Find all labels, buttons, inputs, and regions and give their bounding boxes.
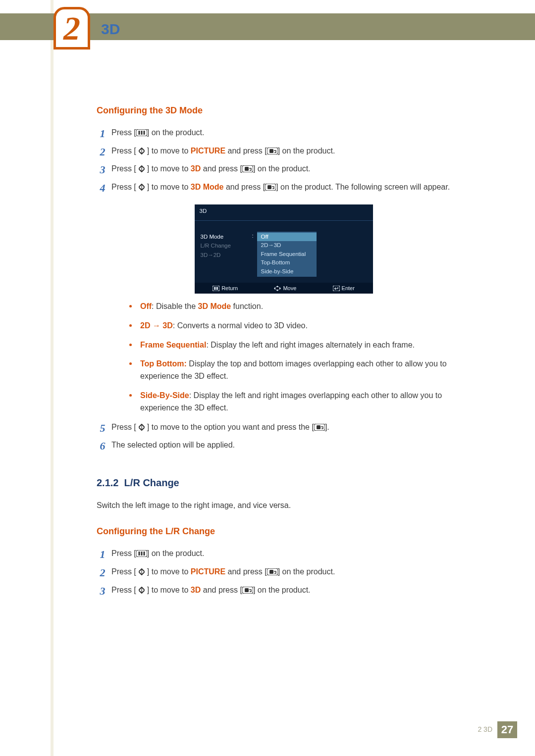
osd-option-2d-to-3d: 2D→3D [257,241,317,250]
steps-configuring-lr-change: 1 Press [] on the product. 2 Press [] to… [97,548,456,597]
page-number: 27 [497,721,517,738]
bullet-frame-sequential: Frame Sequential: Display the left and r… [126,339,456,352]
osd-3d-menu: 3D 3D Mode L/R Change 3D→2D : Off 2D→3D … [195,204,373,294]
osd-option-off: Off [257,233,317,242]
step-4: 4 Press [] to move to 3D Mode and press … [97,181,456,414]
osd-title: 3D [195,204,373,221]
osd-label-3d-mode: 3D Mode [201,233,231,241]
updown-icon [136,182,147,195]
osd-options-list: Off 2D→3D Frame Sequential Top-Bottom Si… [257,232,317,277]
heading-lr-change: 2.1.2 L/R Change [97,475,456,491]
page-body: Configuring the 3D Mode 1 Press [] on th… [97,101,456,602]
bullet-top-bottom: Top Bottom: Display the top and bottom i… [126,358,456,383]
step-2: 2 Press [] to move to PICTURE and press … [97,145,456,158]
step-3: 3 Press [] to move to 3D and press [] on… [97,584,456,598]
heading-configuring-3d-mode: Configuring the 3D Mode [97,104,456,118]
step-3: 3 Press [] to move to 3D and press [] on… [97,163,456,176]
updown-icon [136,585,147,598]
step-2: 2 Press [] to move to PICTURE and press … [97,566,456,579]
updown-icon [136,422,147,435]
bullet-side-by-side: Side-By-Side: Display the left and right… [126,390,456,414]
step-6: 6 The selected option will be applied. [97,439,456,452]
updown-icon [136,567,147,579]
heading-configuring-lr-change: Configuring the L/R Change [97,525,456,539]
mode-descriptions: Off: Disable the 3D Mode function. 2D → … [126,301,456,414]
enter-icon [242,585,253,598]
bullet-off: Off: Disable the 3D Mode function. [126,301,456,313]
menu-icon [136,128,147,140]
enter-icon [265,182,276,195]
step-5: 5 Press [] to move to the option you wan… [97,421,456,435]
enter-icon [267,567,278,579]
osd-footer: Return Move Enter [195,283,373,294]
updown-icon [136,146,147,158]
osd-option-top-bottom: Top-Bottom [257,258,317,267]
chapter-number-tab: 2 [54,7,90,50]
enter-icon [314,422,325,435]
osd-option-side-by-side: Side-by-Side [257,267,317,276]
footer-crumb: 2 3D [478,724,492,735]
osd-label-lr-change: L/R Change [201,242,231,250]
enter-icon [242,164,253,176]
enter-icon [267,146,278,158]
page-footer: 2 3D 27 [478,721,517,738]
osd-option-frame-sequential: Frame Sequential [257,250,317,259]
steps-configuring-3d-mode: 1 Press [] on the product. 2 Press [] to… [97,127,456,452]
osd-label-3d-to-2d: 3D→2D [201,252,231,259]
step-1: 1 Press [] on the product. [97,127,456,140]
chapter-title: 3D [101,18,120,41]
bullet-2d-to-3d: 2D → 3D: Converts a normal video to 3D v… [126,320,456,332]
chapter-number: 2 [63,11,80,45]
step-1: 1 Press [] on the product. [97,548,456,561]
updown-icon [136,164,147,176]
menu-icon [136,549,147,561]
sidebar-decor [0,0,54,756]
lr-intro: Switch the left image to the right image… [97,500,456,512]
